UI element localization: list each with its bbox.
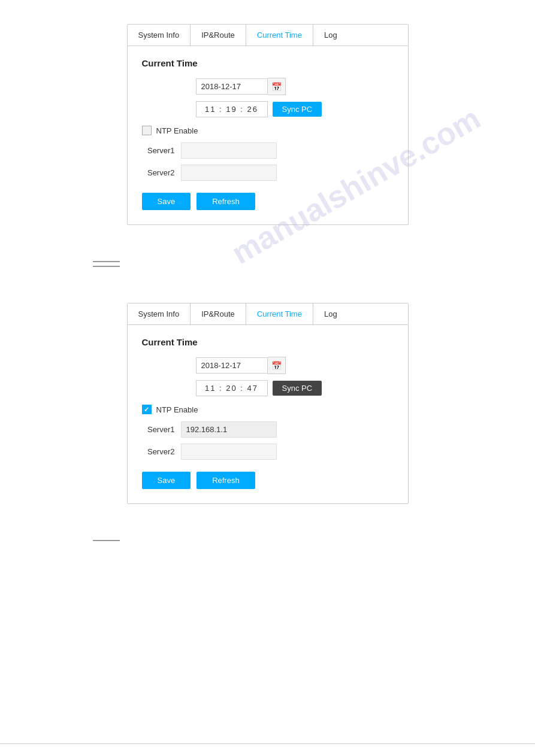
time-row-2: 11 : 20 : 47 Sync PC [196,380,394,396]
panel-2: System Info IP&Route Current Time Log Cu… [127,303,409,504]
server2-input-2[interactable] [181,444,277,460]
server1-label-2: Server1 [142,425,175,434]
tab-bar-1: System Info IP&Route Current Time Log [128,25,408,46]
server2-row-2: Server2 [142,444,394,460]
tab-ip-route-1[interactable]: IP&Route [191,25,246,45]
server1-row-1: Server1 [142,142,394,159]
server1-label-1: Server1 [142,146,175,155]
refresh-button-1[interactable]: Refresh [197,193,255,210]
tab-ip-route-2[interactable]: IP&Route [191,303,246,324]
panel-1: System Info IP&Route Current Time Log Cu… [127,24,409,225]
tab-system-info-2[interactable]: System Info [128,303,191,324]
ntp-label-1: NTP Enable [156,126,198,135]
server1-row-2: Server1 [142,421,394,438]
separator-line-3 [93,540,120,541]
calendar-icon-1[interactable]: 📅 [268,78,286,95]
ntp-row-2: NTP Enable [142,405,394,414]
tab-system-info-1[interactable]: System Info [128,25,191,45]
tab-current-time-1[interactable]: Current Time [246,25,313,45]
server2-row-1: Server2 [142,165,394,181]
refresh-button-2[interactable]: Refresh [197,472,255,489]
save-button-2[interactable]: Save [142,472,191,489]
time-row-1: 11 : 19 : 26 Sync PC [196,101,394,117]
tab-current-time-2[interactable]: Current Time [246,303,313,324]
server2-label-1: Server2 [142,168,175,177]
server1-input-2[interactable] [181,421,277,438]
server2-label-2: Server2 [142,447,175,456]
panel-body-1: Current Time 📅 11 : 19 : 26 Sync PC NTP … [128,46,408,224]
date-input-1[interactable] [196,78,268,95]
server1-input-1[interactable] [181,142,277,159]
tab-bar-2: System Info IP&Route Current Time Log [128,303,408,325]
calendar-icon-2[interactable]: 📅 [268,357,286,374]
date-row-1: 📅 [196,78,394,95]
save-button-1[interactable]: Save [142,193,191,210]
tab-log-1[interactable]: Log [313,25,348,45]
ntp-row-1: NTP Enable [142,126,394,135]
separator-line-1 [93,261,120,262]
sync-pc-button-2[interactable]: Sync PC [273,381,322,396]
time-display-2: 11 : 20 : 47 [196,380,268,396]
btn-row-2: Save Refresh [142,472,394,489]
ntp-checkbox-2[interactable] [142,405,152,414]
btn-row-1: Save Refresh [142,193,394,210]
date-row-2: 📅 [196,357,394,374]
separator-line-2 [93,266,120,267]
time-display-1: 11 : 19 : 26 [196,101,268,117]
panel-title-1: Current Time [142,58,394,68]
panel-body-2: Current Time 📅 11 : 20 : 47 Sync PC NTP … [128,325,408,503]
date-input-2[interactable] [196,357,268,374]
sync-pc-button-1[interactable]: Sync PC [273,102,322,117]
server2-input-1[interactable] [181,165,277,181]
ntp-label-2: NTP Enable [156,405,198,414]
tab-log-2[interactable]: Log [313,303,348,324]
panel-title-2: Current Time [142,337,394,347]
ntp-checkbox-1[interactable] [142,126,152,135]
bottom-divider [0,743,535,744]
